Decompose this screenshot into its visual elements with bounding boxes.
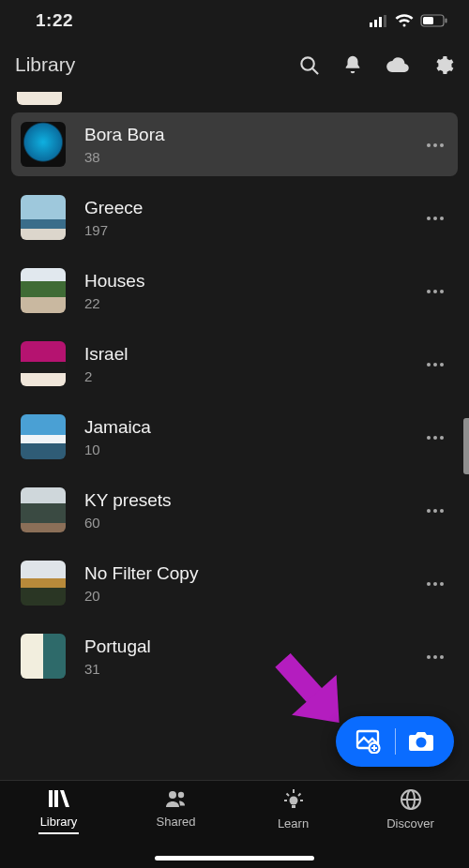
svg-point-19: [169, 791, 176, 799]
bell-icon[interactable]: [342, 54, 363, 75]
status-icons: [370, 14, 448, 27]
album-more-button[interactable]: [422, 428, 448, 445]
album-text: Greece197: [84, 198, 422, 238]
album-row[interactable]: Greece197: [11, 186, 458, 249]
fab-divider: [395, 728, 396, 755]
album-thumbnail: [21, 634, 66, 679]
album-count: 31: [84, 661, 422, 677]
album-text: Houses22: [84, 271, 422, 311]
album-text: Israel2: [84, 344, 422, 384]
svg-line-27: [298, 794, 301, 797]
svg-point-15: [418, 740, 424, 745]
album-count: 197: [84, 222, 422, 238]
album-count: 2: [84, 368, 422, 384]
album-more-button[interactable]: [422, 575, 448, 591]
search-icon[interactable]: [298, 54, 320, 76]
album-title: Jamaica: [84, 417, 422, 438]
tab-label: Learn: [278, 816, 309, 831]
album-title: Bora Bora: [84, 125, 422, 145]
status-time: 1:22: [36, 10, 73, 31]
album-title: No Filter Copy: [84, 563, 422, 584]
svg-rect-3: [384, 15, 386, 27]
album-row[interactable]: Jamaica10: [11, 405, 458, 469]
album-text: KY presets60: [84, 490, 422, 531]
bulb-icon: [281, 788, 306, 811]
page-title: Library: [15, 53, 298, 76]
svg-rect-1: [374, 20, 377, 27]
svg-rect-17: [54, 790, 58, 807]
album-text: Portugal31: [84, 636, 422, 677]
globe-icon: [400, 788, 422, 811]
svg-rect-6: [446, 19, 447, 23]
album-row[interactable]: Portugal31: [11, 624, 458, 688]
album-title: Houses: [84, 271, 422, 292]
album-text: No Filter Copy20: [84, 563, 422, 604]
album-row[interactable]: Israel2: [11, 332, 458, 396]
album-count: 60: [84, 515, 422, 531]
album-title: KY presets: [84, 490, 422, 511]
album-text: Bora Bora38: [84, 125, 422, 165]
album-row-partial[interactable]: [17, 92, 452, 105]
album-text: Jamaica10: [84, 417, 422, 457]
scroll-indicator[interactable]: [463, 418, 469, 474]
tab-label: Shared: [157, 815, 196, 829]
album-thumbnail: [21, 487, 66, 532]
album-more-button[interactable]: [422, 136, 448, 153]
add-fab: [336, 716, 454, 767]
svg-line-8: [312, 68, 318, 74]
home-indicator[interactable]: [155, 856, 314, 861]
status-bar: 1:22: [0, 0, 469, 41]
album-count: 22: [84, 295, 422, 311]
svg-marker-18: [60, 790, 69, 807]
album-more-button[interactable]: [422, 209, 448, 226]
svg-line-26: [286, 794, 289, 797]
album-more-button[interactable]: [422, 648, 448, 665]
album-row[interactable]: Houses22: [11, 259, 458, 322]
people-icon: [164, 788, 189, 809]
svg-point-20: [177, 792, 183, 798]
battery-icon: [420, 14, 448, 27]
album-count: 38: [84, 149, 422, 165]
album-thumbnail: [21, 195, 66, 240]
album-row[interactable]: Bora Bora38: [11, 112, 458, 176]
svg-rect-5: [423, 17, 433, 24]
album-more-button[interactable]: [422, 355, 448, 372]
svg-rect-0: [370, 22, 372, 27]
cloud-icon[interactable]: [386, 56, 410, 73]
svg-point-7: [301, 57, 313, 69]
svg-rect-16: [49, 790, 53, 807]
wifi-icon: [395, 14, 414, 27]
album-title: Greece: [84, 198, 422, 218]
album-thumbnail: [21, 122, 66, 167]
cellular-icon: [370, 15, 388, 27]
add-photo-icon[interactable]: [356, 729, 384, 754]
album-thumbnail: [21, 561, 66, 606]
svg-rect-2: [379, 17, 382, 27]
album-thumbnail: [17, 92, 62, 105]
camera-icon[interactable]: [407, 730, 435, 753]
album-thumbnail: [21, 414, 66, 459]
album-count: 10: [84, 441, 422, 457]
tab-discover[interactable]: Discover: [352, 788, 469, 868]
tab-library[interactable]: Library: [0, 788, 117, 868]
app-header: Library: [0, 41, 469, 88]
svg-rect-22: [292, 805, 295, 808]
svg-point-21: [289, 797, 297, 805]
album-row[interactable]: No Filter Copy20: [11, 551, 458, 615]
album-more-button[interactable]: [422, 282, 448, 299]
album-title: Portugal: [84, 636, 422, 657]
album-list: Bora Bora38Greece197Houses22Israel2Jamai…: [0, 88, 469, 688]
album-more-button[interactable]: [422, 501, 448, 518]
bottom-tabbar: Library Shared Learn Discover: [0, 780, 469, 868]
album-title: Israel: [84, 344, 422, 365]
gear-icon[interactable]: [432, 54, 454, 76]
album-count: 20: [84, 588, 422, 604]
tab-label: Library: [40, 815, 78, 829]
library-icon: [47, 788, 71, 809]
album-thumbnail: [21, 341, 66, 386]
album-row[interactable]: KY presets60: [11, 478, 458, 542]
tab-label: Discover: [386, 816, 434, 831]
album-thumbnail: [21, 268, 66, 313]
